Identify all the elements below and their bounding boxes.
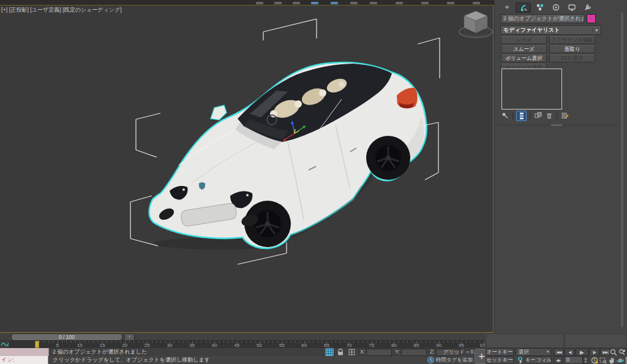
modifier-button[interactable]: スムーズ	[501, 45, 547, 53]
display-icon	[568, 4, 576, 11]
tab-display[interactable]	[565, 2, 579, 12]
panel-scrollbar[interactable]	[621, 12, 623, 327]
viewport-label[interactable]: [+] [正投影] [ユーザ定義] [既定のシェーディング]	[1, 6, 122, 14]
pan-button[interactable]	[607, 356, 616, 364]
pin-stack-button[interactable]	[500, 111, 509, 121]
toolbar-clipped-mark	[331, 2, 338, 4]
ruler-tick	[116, 341, 116, 343]
ruler-tick	[336, 341, 336, 343]
tab-create[interactable]: +	[500, 2, 514, 12]
next-frame-arrow[interactable]: ›	[124, 333, 135, 341]
ruler-tick	[152, 341, 152, 343]
key-filters-button[interactable]: キー フィルタ...	[525, 356, 552, 364]
ruler-tick-label: 95	[455, 343, 467, 348]
ruler-tick-label: 75	[366, 343, 378, 348]
ruler-tick	[380, 341, 381, 343]
time-tag-label: 時間タグを追加	[436, 357, 473, 364]
next-frame-button[interactable]: |▶	[589, 348, 599, 356]
show-end-result-button[interactable]	[516, 111, 527, 121]
ruler-tick	[443, 341, 444, 343]
chevron-down-icon: ▼	[592, 28, 601, 32]
zoom-button[interactable]	[609, 348, 618, 356]
x-field[interactable]	[366, 349, 392, 356]
maximize-viewport-button[interactable]	[625, 356, 627, 364]
viewport[interactable]: [+] [正投影] [ユーザ定義] [既定のシェーディング]	[0, 5, 494, 333]
headrest	[339, 81, 345, 87]
ruler-tick	[133, 341, 134, 343]
make-unique-button[interactable]	[533, 111, 543, 121]
modifier-list-label: モディファイヤリスト	[501, 26, 592, 34]
absolute-mode-toggle[interactable]	[347, 348, 356, 356]
scene-3d	[0, 5, 494, 333]
zoom-region-button[interactable]	[599, 356, 607, 364]
y-field[interactable]	[401, 349, 427, 356]
headlight-glint	[182, 188, 185, 191]
modifier-button[interactable]: 面取り	[549, 45, 595, 53]
ruler-tick	[71, 341, 72, 343]
ruler-tick	[48, 341, 49, 343]
toolbar-clipped-mark	[274, 2, 282, 4]
viewcube[interactable]	[459, 11, 492, 37]
car-model[interactable]	[149, 62, 427, 248]
ruler-tick	[452, 341, 453, 343]
ruler-tick	[66, 341, 67, 343]
remove-modifier-button[interactable]	[544, 111, 554, 121]
tab-hierarchy[interactable]	[533, 2, 547, 12]
ruler-tick	[111, 341, 112, 343]
open-mini-curve-editor-button[interactable]	[0, 341, 10, 348]
previous-frame-button[interactable]: ◀|	[565, 348, 575, 356]
ruler-tick-label: 20	[119, 343, 131, 348]
auto-key-button[interactable]: オートキー	[486, 348, 514, 356]
utilities-icon	[584, 4, 591, 11]
selection-set-dropdown[interactable]: 選択 ▼	[516, 348, 552, 356]
time-slider[interactable]: 0 / 100 ›	[0, 333, 485, 341]
car-mirror	[211, 105, 227, 120]
tab-motion[interactable]	[549, 2, 563, 12]
headrest	[295, 100, 302, 108]
ruler-tick	[174, 341, 175, 343]
configure-modifier-sets-button[interactable]	[560, 111, 569, 121]
modifier-button[interactable]: ボリューム選択	[501, 54, 547, 62]
frame-spinner[interactable]: ▲▼	[583, 356, 588, 364]
rear-wheel	[366, 136, 410, 180]
headlight-glint	[246, 194, 249, 196]
key-mode-toggle[interactable]: ◀▶	[554, 356, 563, 364]
object-color-swatch[interactable]	[587, 14, 596, 23]
lock-selection-toggle[interactable]	[336, 348, 345, 356]
rollout-grip[interactable]	[551, 124, 562, 126]
play-button[interactable]: ▶	[576, 348, 588, 356]
mini-listener-field[interactable]: イン:	[0, 356, 48, 364]
go-to-start-button[interactable]: |◀◀	[554, 348, 564, 356]
ruler-tick	[44, 341, 45, 343]
tab-utilities[interactable]	[580, 2, 595, 12]
current-frame-marker[interactable]	[35, 341, 39, 348]
set-key-button[interactable]: セットキー	[486, 356, 514, 364]
zoom-all-button[interactable]	[618, 348, 626, 356]
dock-area	[485, 333, 627, 348]
time-configuration-button[interactable]	[590, 356, 599, 364]
orbit-button[interactable]	[616, 356, 625, 364]
ruler-tick	[291, 341, 291, 343]
object-name-field[interactable]: 2 個のオブジェクトが選択されまし	[501, 14, 584, 23]
ruler-tick	[318, 341, 318, 343]
isolate-selection-toggle[interactable]	[325, 348, 334, 356]
modifier-list-dropdown[interactable]: モディファイヤリスト ▼	[500, 25, 601, 35]
modifier-stack-list[interactable]	[501, 69, 562, 110]
time-slider-handle[interactable]: 0 / 100	[11, 333, 122, 341]
zoom-icon	[610, 349, 617, 356]
macro-recorder-field[interactable]	[0, 348, 49, 356]
ruler-tick	[421, 341, 421, 343]
separator	[557, 112, 557, 119]
ruler-tick-label: 45	[231, 343, 243, 348]
toolbar-clipped-mark	[421, 2, 429, 4]
toolbar-clipped-mark	[350, 2, 358, 4]
dock-blank-panel	[486, 333, 564, 348]
ruler-tick-label: 5	[51, 343, 64, 348]
ruler-tick	[201, 341, 201, 343]
current-frame-field[interactable]: 0	[564, 356, 583, 364]
set-keys-icon[interactable]	[516, 356, 524, 364]
add-time-tag[interactable]: 時間タグを追加	[427, 356, 473, 364]
ruler-tick	[466, 341, 467, 343]
tab-modify[interactable]	[516, 2, 531, 13]
ruler-tick	[331, 341, 332, 343]
